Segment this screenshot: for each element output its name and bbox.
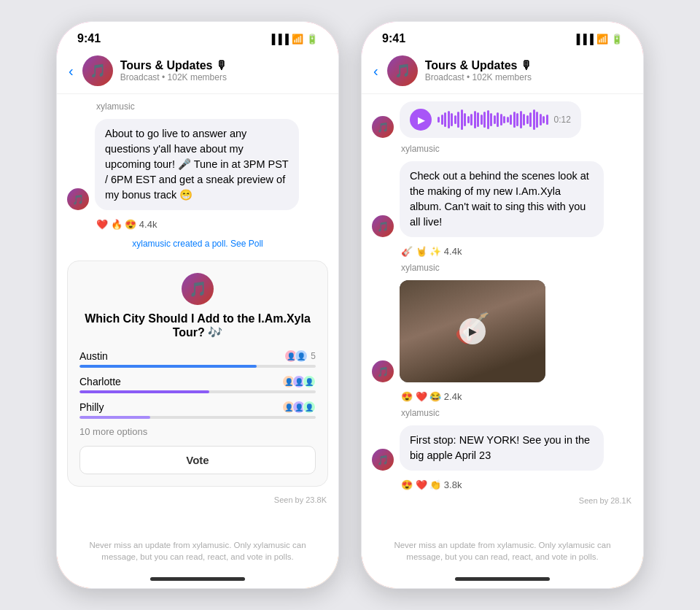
message-bubble-right-2: First stop: NEW YORK! See you in the big… (400, 425, 604, 471)
poll-bar-bg-charlotte (79, 390, 316, 393)
msg-avatar-audio: 🎵 (372, 116, 394, 138)
waveform-bar (457, 112, 459, 128)
sender-label-1: xylamusic (67, 101, 328, 112)
option-name-austin: Austin (79, 350, 108, 362)
waveform-bar (448, 111, 450, 128)
reactions-right-1[interactable]: 🎸 🤘 ✨ 4.4k (372, 246, 633, 257)
header-subtitle-right: Broadcast • 102K members (425, 72, 631, 82)
waveform-bar (477, 112, 479, 127)
sender-label-right-2: xylamusic (372, 263, 633, 273)
poll-bar-charlotte (79, 390, 209, 393)
waveform-bar (490, 113, 492, 126)
back-button-left[interactable]: ‹ (69, 63, 74, 80)
header-avatar-right: 🎵 (387, 55, 418, 86)
msg-avatar-right-1: 🎵 (372, 215, 394, 237)
home-bar-right (455, 577, 550, 581)
poll-question: Which City Should I Add to the I.Am.Xyla… (79, 312, 316, 339)
waveform-bar (510, 115, 512, 125)
message-row-right-1: 🎵 Check out a behind the scenes look at … (372, 161, 633, 237)
voter-avatar: 👤 (295, 350, 308, 363)
waveform-bar (444, 112, 446, 127)
reactions-1[interactable]: ❤️ 🔥 😍 4.4k (67, 219, 328, 230)
status-icons-left: ▐▐▐ 📶 🔋 (268, 34, 318, 45)
waveform-bar (487, 110, 489, 129)
signal-icon-right: ▐▐▐ (573, 34, 594, 45)
battery-icon: 🔋 (306, 34, 318, 45)
message-bubble-right-1: Check out a behind the scenes look at th… (400, 161, 604, 237)
waveform-bar (451, 113, 453, 126)
poll-option-austin[interactable]: Austin 👤 👤 5 (79, 350, 316, 368)
voter-avatar: 👤 (303, 375, 316, 388)
poll-system-text: xylamusic created a poll. (132, 239, 230, 249)
footer-note-left: Never miss an update from xylamusic. Onl… (57, 533, 338, 574)
chat-area-left: xylamusic 🎵 About to go live to answer a… (57, 94, 338, 533)
message-row-video: 🎵 ▶ (372, 280, 633, 382)
wifi-icon: 📶 (292, 34, 303, 45)
poll-system-msg: xylamusic created a poll. See Poll (67, 239, 328, 249)
phones-container: 9:41 ▐▐▐ 📶 🔋 ‹ 🎵 Tours & Updates 🎙 Broad… (55, 20, 645, 590)
waveform-bar (536, 112, 538, 128)
waveform-bar (461, 109, 463, 130)
time-right: 9:41 (382, 32, 405, 45)
header-avatar-left: 🎵 (82, 55, 113, 86)
poll-bar-austin (79, 365, 257, 368)
waveform-bar (441, 115, 443, 125)
status-icons-right: ▐▐▐ 📶 🔋 (573, 34, 623, 45)
msg-avatar-right-2: 🎵 (372, 449, 394, 471)
header-title-right: Tours & Updates 🎙 (425, 59, 631, 72)
waveform-bar (470, 114, 472, 126)
waveform-bar (516, 113, 518, 126)
footer-note-right: Never miss an update from xylamusic. Onl… (362, 533, 643, 574)
header-title-left: Tours & Updates 🎙 (120, 59, 327, 72)
signal-icon: ▐▐▐ (268, 34, 289, 45)
play-button[interactable]: ▶ (410, 109, 432, 131)
status-bar-right: 9:41 ▐▐▐ 📶 🔋 (362, 22, 643, 51)
video-play-overlay[interactable]: ▶ (459, 318, 486, 344)
waveform (438, 109, 548, 130)
msg-avatar-1: 🎵 (67, 188, 89, 210)
waveform-bar (500, 114, 502, 126)
waveform-bar (474, 111, 476, 128)
option-meta-philly: 👤 👤 👤 (285, 401, 316, 414)
waveform-bar (503, 116, 505, 123)
waveform-bar (483, 112, 486, 128)
option-count-austin: 5 (311, 351, 316, 361)
waveform-bar (494, 115, 496, 124)
video-thumbnail[interactable]: ▶ (400, 280, 545, 382)
voter-avatar: 👤 (303, 401, 316, 414)
poll-bar-bg-philly (79, 416, 316, 419)
poll-more-options: 10 more options (79, 426, 316, 437)
audio-duration: 0:12 (554, 115, 571, 125)
status-bar-left: 9:41 ▐▐▐ 📶 🔋 (57, 22, 338, 51)
waveform-bar (481, 115, 483, 125)
sender-label-right-1: xylamusic (372, 144, 633, 154)
reactions-video[interactable]: 😍 ❤️ 😂 2.4k (372, 391, 633, 402)
waveform-bar (507, 117, 509, 123)
chat-header-left: ‹ 🎵 Tours & Updates 🎙 Broadcast • 102K m… (57, 51, 338, 94)
waveform-bar (438, 117, 440, 123)
option-meta-charlotte: 👤 👤 👤 (285, 375, 316, 388)
audio-message-row: 🎵 ▶ (372, 101, 633, 138)
poll-card: 🎵 Which City Should I Add to the I.Am.Xy… (67, 260, 328, 487)
left-phone: 9:41 ▐▐▐ 📶 🔋 ‹ 🎵 Tours & Updates 🎙 Broad… (55, 20, 340, 590)
poll-option-philly[interactable]: Philly 👤 👤 👤 (79, 401, 316, 419)
see-poll-link[interactable]: See Poll (230, 239, 263, 249)
message-row-1: 🎵 About to go live to answer any questio… (67, 119, 328, 210)
waveform-bar (454, 115, 456, 124)
waveform-bar (464, 113, 466, 126)
chat-header-right: ‹ 🎵 Tours & Updates 🎙 Broadcast • 102K m… (362, 51, 643, 94)
waveform-bar (497, 112, 499, 127)
waveform-bar (467, 116, 470, 123)
home-bar-left (150, 577, 245, 581)
audio-bubble[interactable]: ▶ (400, 101, 581, 138)
poll-option-charlotte[interactable]: Charlotte 👤 👤 👤 (79, 375, 316, 393)
waveform-bar (540, 114, 542, 126)
waveform-bar (546, 115, 548, 125)
vote-button[interactable]: Vote (79, 446, 316, 474)
back-button-right[interactable]: ‹ (373, 63, 378, 80)
reactions-right-2[interactable]: 😍 ❤️ 👏 3.8k (372, 479, 633, 490)
waveform-bar (526, 115, 529, 124)
header-info-right: Tours & Updates 🎙 Broadcast • 102K membe… (425, 59, 631, 82)
battery-icon-right: 🔋 (611, 34, 623, 45)
waveform-bar (513, 112, 516, 128)
